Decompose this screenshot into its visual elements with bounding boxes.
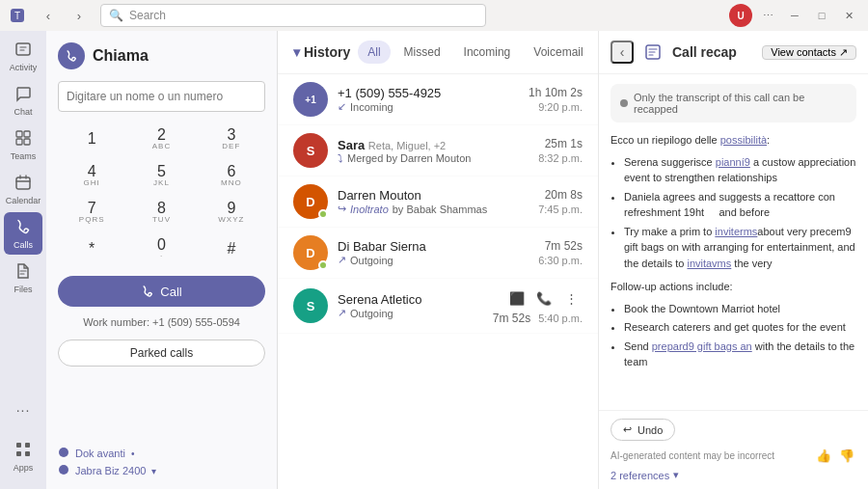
recap-link3[interactable]: inviterms: [715, 226, 757, 237]
avatar: D: [293, 235, 328, 270]
filter-missed[interactable]: Missed: [394, 41, 450, 64]
dialpad-0[interactable]: 0·: [127, 231, 195, 266]
sidebar-item-chat[interactable]: Chat: [4, 79, 42, 122]
recap-link5[interactable]: prepard9 gift bags an: [652, 340, 752, 352]
device2-item[interactable]: Jabra Biz 2400 ▾: [58, 464, 265, 477]
dialpad-hash[interactable]: #: [198, 231, 265, 266]
files-label: Files: [14, 285, 32, 294]
video-call-button[interactable]: ⬛: [505, 286, 529, 310]
phone-input[interactable]: [58, 81, 265, 112]
recap-bullet: Book the Downtown Marriot hotel: [624, 301, 856, 317]
dialpad-1[interactable]: 1: [58, 122, 125, 156]
sidebar-item-calls[interactable]: Calls: [4, 212, 42, 255]
recap-body: Only the transcript of this call can be …: [599, 74, 868, 410]
more-options-button[interactable]: ⋮: [559, 286, 583, 310]
call-time: 6:30 p.m.: [538, 255, 583, 266]
arrow-incoming-icon: ↙: [338, 100, 346, 113]
recap-link1[interactable]: possibilità: [720, 134, 767, 146]
nav-back-button[interactable]: ‹: [35, 4, 62, 27]
dialpad-3[interactable]: 3DEF: [198, 122, 265, 156]
more-icon: ···: [16, 403, 31, 417]
dialpad-4[interactable]: 4GHI: [58, 158, 125, 193]
thumbs-up-button[interactable]: 👍: [814, 447, 833, 465]
navigation-buttons: ‹ ›: [35, 4, 93, 27]
dialpad-9[interactable]: 9WXYZ: [198, 195, 265, 230]
history-info: +1 (509) 555-4925 ↙ Incoming: [338, 86, 519, 113]
sidebar-item-files[interactable]: Files: [4, 257, 42, 299]
apps-icon: [14, 441, 32, 461]
history-item[interactable]: S Sara Reta, Miguel, +2 ⤵ Merged by Darr…: [278, 125, 598, 177]
history-item[interactable]: D Darren Mouton ↪ Inoltrato by Babak Sha…: [278, 177, 598, 228]
parked-calls-label: Parked calls: [130, 346, 193, 360]
history-chevron: ▾: [293, 44, 300, 60]
caller-name: Darren Mouton: [338, 188, 529, 203]
undo-button[interactable]: ↩ Undo: [610, 419, 675, 441]
status-dot: [318, 209, 328, 219]
recap-link4[interactable]: invitavms: [687, 258, 731, 269]
call-details: ⤵ Merged by Darren Mouton: [338, 152, 529, 164]
references-link[interactable]: 2 references ▾: [610, 469, 856, 481]
history-meta: 25m 1s 8:32 p.m.: [538, 137, 583, 164]
nav-forward-button[interactable]: ›: [66, 4, 93, 27]
view-contacts-button[interactable]: View contacts ↗: [762, 45, 856, 60]
calendar-icon: [14, 174, 32, 194]
thumbs-down-button[interactable]: 👎: [837, 447, 856, 465]
dialpad-5[interactable]: 5JKL: [127, 158, 195, 193]
merge-icon: ⤵: [338, 152, 343, 164]
dialpad-star[interactable]: *: [58, 231, 125, 266]
filter-voicemail[interactable]: Voicemail: [524, 41, 592, 64]
search-bar[interactable]: 🔍 Search: [100, 4, 486, 27]
more-options-button[interactable]: ⋯: [756, 4, 779, 27]
sidebar-item-apps[interactable]: Apps: [4, 435, 42, 477]
device2-arrow: ▾: [151, 466, 156, 476]
work-number: Work number: +1 (509) 555-0594: [58, 316, 265, 328]
filter-incoming[interactable]: Incoming: [454, 41, 521, 64]
calls-panel-header: Chiama: [58, 42, 265, 69]
dialpad-7[interactable]: 7PQRS: [58, 195, 125, 230]
recap-link2[interactable]: pianní9: [716, 156, 750, 168]
undo-label: Undo: [637, 424, 663, 436]
recap-bullets-2: Book the Downtown Marriot hotel Research…: [610, 301, 856, 370]
search-icon: 🔍: [109, 9, 123, 22]
minimize-button[interactable]: ─: [783, 4, 806, 27]
svg-point-12: [59, 448, 68, 457]
apps-label: Apps: [14, 463, 34, 473]
history-meta: 20m 8s 7:45 p.m.: [538, 188, 583, 215]
history-header: ▾ History All Missed Incoming Voicemail …: [278, 31, 598, 74]
user-avatar[interactable]: U: [729, 4, 752, 27]
calls-icon: [14, 218, 32, 238]
dialpad-8[interactable]: 8TUV: [127, 195, 195, 230]
parked-calls-button[interactable]: Parked calls: [58, 340, 265, 367]
sidebar-item-calendar[interactable]: Calendar: [4, 168, 42, 210]
sidebar-item-activity[interactable]: Activity: [4, 35, 42, 77]
recap-title: Call recap: [672, 44, 737, 60]
device1-label: Dok avanti: [75, 448, 125, 459]
device1-item[interactable]: Dok avanti •: [58, 447, 265, 460]
outgoing-icon: ↗: [338, 307, 346, 319]
svg-rect-6: [24, 139, 30, 145]
dialpad-2[interactable]: 2ABC: [127, 122, 195, 156]
call-back-button[interactable]: 📞: [532, 286, 556, 310]
call-details: ↪ Inoltrato by Babak Shammas: [338, 203, 529, 215]
filter-tabs: All Missed Incoming Voicemail ☰: [358, 41, 598, 64]
dialpad-6[interactable]: 6MNO: [198, 158, 265, 193]
maximize-button[interactable]: □: [810, 4, 833, 27]
call-details: ↗ Outgoing: [338, 254, 529, 266]
filter-all[interactable]: All: [358, 41, 390, 64]
sidebar-item-teams[interactable]: Teams: [4, 123, 42, 166]
recap-back-button[interactable]: ‹: [610, 41, 634, 64]
close-button[interactable]: ✕: [837, 4, 860, 27]
sidebar-item-more[interactable]: ···: [4, 389, 42, 431]
avatar: D: [293, 184, 328, 219]
recap-bullet: Research caterers and get quotes for the…: [624, 319, 856, 336]
call-button[interactable]: Call: [58, 276, 265, 307]
history-item[interactable]: D Di Babar Sierna ↗ Outgoing 7m 52s 6:30…: [278, 228, 598, 279]
svg-point-13: [59, 465, 68, 475]
followup-label: Follow-up actions include:: [610, 279, 856, 295]
history-item[interactable]: S Serena Atletico ↗ Outgoing ⬛ 📞 ⋮: [278, 279, 598, 334]
call-time: 7:45 p.m.: [538, 204, 583, 215]
forward-icon: ↪: [338, 203, 346, 215]
transcript-text: Only the transcript of this call can be …: [634, 92, 847, 115]
call-duration: 25m 1s: [545, 137, 583, 150]
history-item[interactable]: +1 +1 (509) 555-4925 ↙ Incoming 1h 10m 2…: [278, 74, 598, 125]
